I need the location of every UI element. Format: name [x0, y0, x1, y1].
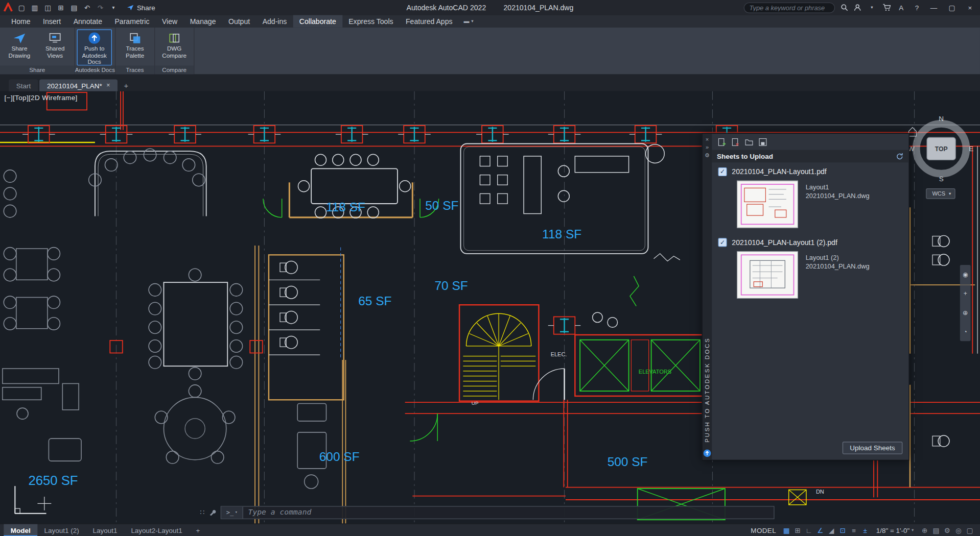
- help-button[interactable]: ?: [912, 4, 922, 11]
- panel-traces: Traces Palette Traces: [115, 28, 155, 75]
- polar-tracking-toggle[interactable]: ∠: [815, 526, 826, 534]
- upload-sheets-button[interactable]: Upload Sheets: [843, 442, 903, 454]
- dwg-compare-button[interactable]: DWG Compare: [157, 30, 192, 66]
- layout-tab-layout2-layout1[interactable]: Layout2-Layout1: [124, 524, 189, 536]
- autocad-logo-icon[interactable]: [3, 3, 14, 13]
- viewcube-east[interactable]: E: [969, 145, 973, 153]
- tab-home[interactable]: Home: [5, 15, 37, 27]
- grid-toggle[interactable]: ▦: [781, 526, 792, 534]
- redo-button[interactable]: ↷: [95, 4, 106, 12]
- zoom-icon[interactable]: ⊕: [963, 309, 968, 315]
- search-input[interactable]: [748, 3, 830, 12]
- new-drawing-tab-button[interactable]: +: [119, 79, 133, 91]
- search-field[interactable]: [744, 2, 835, 13]
- tab-collaborate[interactable]: Collaborate: [293, 15, 342, 27]
- workspace-switching-button[interactable]: ⚙: [942, 526, 952, 534]
- ortho-toggle[interactable]: ∟: [804, 527, 814, 534]
- close-button[interactable]: ×: [964, 4, 976, 11]
- annotation-visibility-toggle[interactable]: ▤: [930, 526, 941, 534]
- panel-label-autodesk-docs[interactable]: Autodesk Docs: [75, 65, 115, 74]
- layout-tab-layout1[interactable]: Layout1: [86, 524, 124, 536]
- traces-palette-button[interactable]: Traces Palette: [118, 30, 152, 66]
- dynamic-input-toggle[interactable]: ±: [860, 527, 871, 534]
- tab-insert[interactable]: Insert: [37, 15, 67, 27]
- save-as-button[interactable]: ⊞: [56, 4, 66, 12]
- add-sheets-icon[interactable]: [717, 137, 726, 147]
- refresh-icon[interactable]: [896, 152, 904, 160]
- tab-parametric[interactable]: Parametric: [108, 15, 155, 27]
- command-input-box[interactable]: >_▾: [221, 506, 775, 519]
- open-file-button[interactable]: ▥: [29, 4, 40, 12]
- plot-button[interactable]: ▤: [69, 4, 80, 12]
- share-button[interactable]: Share: [126, 4, 155, 11]
- sheet-checkbox[interactable]: ✓: [718, 238, 727, 247]
- annotation-scale-toggle[interactable]: ⊕: [919, 526, 930, 534]
- palette-close-icon[interactable]: ×: [706, 136, 709, 144]
- viewcube[interactable]: N W E S TOP WCS ▾: [906, 111, 976, 205]
- command-grip-icon[interactable]: ∷: [200, 508, 204, 517]
- push-to-autodesk-docs-button[interactable]: Push to Autodesk Docs: [77, 30, 111, 66]
- clean-screen-button[interactable]: ▢: [964, 526, 975, 534]
- sign-in-caret[interactable]: ▾: [867, 5, 877, 10]
- remove-sheets-icon[interactable]: [731, 137, 740, 147]
- minimize-button[interactable]: —: [927, 4, 940, 11]
- sheet-thumbnail[interactable]: [737, 251, 798, 299]
- ribbon-display-toggle[interactable]: ▬▾: [459, 15, 479, 27]
- viewcube-north[interactable]: N: [939, 115, 944, 123]
- layout-tab-model[interactable]: Model: [4, 524, 37, 536]
- search-icon[interactable]: [841, 4, 848, 11]
- save-button[interactable]: ◫: [42, 4, 53, 12]
- tab-express-tools[interactable]: Express Tools: [342, 15, 400, 27]
- qat-dropdown-button[interactable]: ▾: [108, 5, 119, 10]
- tab-featured-apps[interactable]: Featured Apps: [400, 15, 459, 27]
- tab-view[interactable]: View: [156, 15, 184, 27]
- sheet-filename[interactable]: 20210104_PLAN-Layout1.pdf: [732, 168, 826, 176]
- autodesk-app-badge[interactable]: A: [896, 4, 906, 11]
- shared-views-button[interactable]: Shared Views: [37, 30, 72, 66]
- command-input[interactable]: [243, 507, 774, 518]
- add-layout-button[interactable]: +: [189, 524, 207, 536]
- file-tab-start[interactable]: Start: [9, 79, 38, 91]
- tab-output[interactable]: Output: [222, 15, 256, 27]
- tab-annotate[interactable]: Annotate: [67, 15, 108, 27]
- maximize-button[interactable]: ▢: [946, 4, 958, 12]
- object-isolate-button[interactable]: ◎: [953, 526, 964, 534]
- customize-wrench-icon[interactable]: [209, 508, 217, 516]
- panel-label-traces[interactable]: Traces: [115, 65, 154, 74]
- snap-toggle[interactable]: ⊞: [792, 526, 803, 534]
- command-line: ∷ >_▾: [200, 506, 774, 518]
- file-tab-close-icon[interactable]: ×: [106, 82, 110, 88]
- file-tab-document[interactable]: 20210104_PLAN* ×: [39, 79, 118, 91]
- sheet-thumbnail[interactable]: [737, 181, 798, 228]
- palette-autohide-icon[interactable]: »: [706, 143, 709, 152]
- panel-label-share[interactable]: Share: [0, 65, 75, 74]
- command-prompt-icon[interactable]: >_▾: [221, 506, 243, 518]
- save-sheets-icon[interactable]: [758, 137, 767, 147]
- open-folder-icon[interactable]: [744, 137, 754, 147]
- model-space-indicator[interactable]: MODEL: [751, 527, 776, 534]
- tab-add-ins[interactable]: Add-ins: [256, 15, 293, 27]
- sheet-checkbox[interactable]: ✓: [718, 167, 727, 176]
- sheet-filename[interactable]: 20210104_PLAN-Layout1 (2).pdf: [732, 238, 837, 246]
- layout-tab-layout1-2[interactable]: Layout1 (2): [37, 524, 86, 536]
- isodraft-toggle[interactable]: ◢: [826, 526, 837, 534]
- annotation-scale-dropdown[interactable]: 1/8" = 1'-0"▾: [876, 527, 914, 534]
- tab-manage[interactable]: Manage: [183, 15, 222, 27]
- app-title: Autodesk AutoCAD 2022: [407, 4, 486, 11]
- new-file-button[interactable]: ▢: [16, 4, 27, 12]
- palette-settings-icon[interactable]: ⚙: [705, 152, 710, 160]
- undo-button[interactable]: ↶: [82, 4, 92, 12]
- app-store-cart-icon[interactable]: [882, 4, 891, 11]
- lineweight-toggle[interactable]: ≡: [849, 527, 859, 534]
- viewcube-south[interactable]: S: [939, 175, 944, 183]
- area-label: 118 SF: [326, 200, 365, 214]
- orbit-icon[interactable]: ◔: [964, 328, 967, 335]
- steering-wheel-icon[interactable]: ◉: [963, 271, 968, 278]
- panel-label-compare[interactable]: Compare: [155, 65, 194, 74]
- sign-in-icon[interactable]: [854, 4, 861, 11]
- home-icon[interactable]: [909, 128, 917, 136]
- viewport-controls-label[interactable]: [−][Top][2D Wireframe]: [5, 94, 78, 102]
- object-snap-toggle[interactable]: ⊡: [837, 526, 848, 534]
- share-drawing-button[interactable]: Share Drawing: [2, 30, 37, 66]
- pan-icon[interactable]: +: [964, 290, 967, 297]
